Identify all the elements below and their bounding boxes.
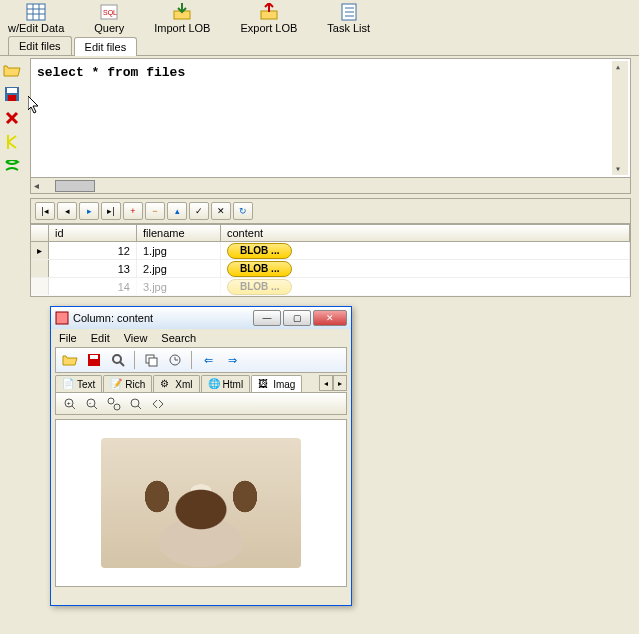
svg-text:-: - (89, 400, 91, 406)
svg-line-25 (72, 406, 75, 409)
svg-text:SQL: SQL (103, 9, 117, 17)
open-icon[interactable] (2, 60, 22, 80)
stop-icon[interactable] (2, 156, 22, 176)
execute-icon[interactable] (2, 132, 22, 152)
svg-rect-15 (8, 95, 16, 101)
tab-edit-files-2[interactable]: Edit files (74, 37, 138, 56)
text-icon: 📄 (62, 378, 74, 390)
toolbar-edit-data[interactable]: w/Edit Data (8, 2, 64, 34)
table-row[interactable]: 12 1.jpg BLOB ... (31, 242, 630, 260)
nav-last-button[interactable]: ▸| (101, 202, 121, 220)
toolbar-label: Query (94, 22, 124, 34)
close-button[interactable]: ✕ (313, 310, 347, 326)
popup-titlebar[interactable]: Column: content — ▢ ✕ (51, 307, 351, 329)
svg-rect-0 (27, 4, 45, 20)
table-row[interactable]: 14 3.jpg BLOB ... (31, 278, 630, 296)
tab-scroll-right[interactable]: ▸ (333, 375, 347, 391)
nav-apply-button[interactable]: ✓ (189, 202, 209, 220)
tab-edit-files-1[interactable]: Edit files (8, 36, 72, 55)
html-icon: 🌐 (208, 378, 220, 390)
tab-image[interactable]: 🖼Imag (251, 375, 302, 392)
col-content-header[interactable]: content (221, 225, 630, 241)
open-icon[interactable] (60, 351, 80, 369)
history-icon[interactable] (165, 351, 185, 369)
tab-text[interactable]: 📄Text (55, 375, 102, 392)
image-viewer[interactable] (55, 419, 347, 587)
main-toolbar: w/Edit Data SQL Query Import LOB Export … (0, 0, 639, 36)
cell-id[interactable]: 13 (49, 260, 137, 277)
col-filename-header[interactable]: filename (137, 225, 221, 241)
tab-html[interactable]: 🌐Html (201, 375, 251, 392)
popup-title: Column: content (73, 312, 253, 324)
minimize-button[interactable]: — (253, 310, 281, 326)
save-icon[interactable] (84, 351, 104, 369)
forward-icon[interactable]: ⇒ (222, 351, 242, 369)
svg-rect-16 (56, 312, 68, 324)
blob-button[interactable]: BLOB ... (227, 279, 292, 295)
tasklist-icon (339, 2, 359, 22)
xml-icon: ⚙ (160, 378, 172, 390)
toolbar-import-lob[interactable]: Import LOB (154, 2, 210, 34)
back-icon[interactable]: ⇐ (198, 351, 218, 369)
cell-id[interactable]: 14 (49, 278, 137, 295)
delete-icon[interactable] (2, 108, 22, 128)
vertical-scrollbar[interactable] (612, 61, 628, 175)
maximize-button[interactable]: ▢ (283, 310, 311, 326)
zoom-stretch-icon[interactable] (150, 396, 166, 412)
menu-edit[interactable]: Edit (91, 332, 110, 344)
cell-filename[interactable]: 1.jpg (137, 242, 221, 259)
col-selector[interactable] (31, 225, 49, 241)
popup-viewtabs: 📄Text 📝Rich ⚙Xml 🌐Html 🖼Imag ◂ ▸ (55, 375, 347, 393)
svg-text:+: + (67, 400, 71, 406)
nav-remove-button[interactable]: − (145, 202, 165, 220)
nav-add-button[interactable]: + (123, 202, 143, 220)
nav-cancel-button[interactable]: ✕ (211, 202, 231, 220)
zoom-actual-icon[interactable] (128, 396, 144, 412)
zoom-in-icon[interactable]: + (62, 396, 78, 412)
nav-next-button[interactable]: ▸ (79, 202, 99, 220)
cell-content[interactable]: BLOB ... (221, 242, 630, 259)
cell-content[interactable]: BLOB ... (221, 260, 630, 277)
menu-file[interactable]: File (59, 332, 77, 344)
nav-up-button[interactable]: ▴ (167, 202, 187, 220)
tab-rich[interactable]: 📝Rich (103, 375, 152, 392)
rich-icon: 📝 (110, 378, 122, 390)
svg-rect-14 (7, 88, 17, 93)
menu-search[interactable]: Search (161, 332, 196, 344)
nav-first-button[interactable]: |◂ (35, 202, 55, 220)
cell-filename[interactable]: 2.jpg (137, 260, 221, 277)
toolbar-label: w/Edit Data (8, 22, 64, 34)
tab-xml[interactable]: ⚙Xml (153, 375, 199, 392)
results-grid: id filename content 12 1.jpg BLOB ... 13… (30, 224, 631, 297)
save-icon[interactable] (2, 84, 22, 104)
sql-editor[interactable]: select * from files (30, 58, 631, 178)
horizontal-scrollbar[interactable] (30, 178, 631, 194)
table-row[interactable]: 13 2.jpg BLOB ... (31, 260, 630, 278)
popup-menubar: File Edit View Search (51, 329, 351, 347)
cell-filename[interactable]: 3.jpg (137, 278, 221, 295)
nav-refresh-button[interactable]: ↻ (233, 202, 253, 220)
cell-id[interactable]: 12 (49, 242, 137, 259)
menu-view[interactable]: View (124, 332, 148, 344)
row-indicator-icon (31, 278, 49, 295)
svg-point-32 (131, 399, 139, 407)
blob-button[interactable]: BLOB ... (227, 261, 292, 277)
tab-scroll-left[interactable]: ◂ (319, 375, 333, 391)
zoom-out-icon[interactable]: - (84, 396, 100, 412)
toolbar-query[interactable]: SQL Query (94, 2, 124, 34)
toolbar-label: Task List (327, 22, 370, 34)
copy-icon[interactable] (141, 351, 161, 369)
sql-icon: SQL (99, 2, 119, 22)
nav-prev-button[interactable]: ◂ (57, 202, 77, 220)
cell-content[interactable]: BLOB ... (221, 278, 630, 295)
record-nav-toolbar: |◂ ◂ ▸ ▸| + − ▴ ✓ ✕ ↻ (30, 198, 631, 224)
search-icon[interactable] (108, 351, 128, 369)
blob-button[interactable]: BLOB ... (227, 243, 292, 259)
toolbar-task-list[interactable]: Task List (327, 2, 370, 34)
preview-image (101, 438, 301, 568)
svg-rect-22 (149, 358, 157, 366)
col-id-header[interactable]: id (49, 225, 137, 241)
toolbar-export-lob[interactable]: Export LOB (240, 2, 297, 34)
grid-icon (26, 2, 46, 22)
zoom-fit-icon[interactable] (106, 396, 122, 412)
